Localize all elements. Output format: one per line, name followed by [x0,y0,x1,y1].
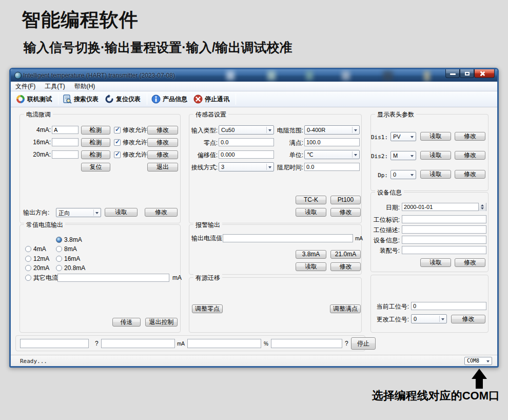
allow-modify-checkbox[interactable]: ✓ [114,127,121,133]
detect-button[interactable]: 检测 [81,138,110,147]
modify-button[interactable]: 修改 [330,208,361,217]
station-id-input[interactable] [402,215,486,223]
modify-button[interactable]: 修改 [145,208,178,217]
radio-8ma[interactable] [56,246,62,252]
radio-16ma-label: 16mA [64,255,80,263]
separator-ma: mA [177,339,185,348]
maximize-button[interactable] [460,69,474,78]
alarm-high-button[interactable]: 21.0mA [330,250,361,259]
current-station-input[interactable] [411,302,486,310]
modify-button[interactable]: 修改 [330,262,361,271]
select-divider [439,316,440,322]
menu-file[interactable]: 文件(F) [11,82,40,91]
output-current-unit: mA [355,234,363,243]
toolbar-online-test[interactable]: 联机测试 [14,93,56,105]
damping-input[interactable] [304,163,360,171]
modify-button[interactable]: 修改 [455,170,485,179]
group-title: 显示表头参数 [375,110,416,119]
alarm-low-button[interactable]: 3.8mA [296,250,326,259]
assembly-no-label: 装配号: [371,246,400,255]
output-direction-select[interactable]: 正向 [56,208,101,217]
read-button[interactable]: 读取 [420,170,451,179]
full-input[interactable] [304,138,360,146]
reset-button[interactable]: 复位 [81,163,110,171]
modify-button[interactable]: 修改 [147,138,178,147]
measure-input-2[interactable] [101,339,175,348]
toolbar-stop-comm[interactable]: 停止通讯 [191,93,233,105]
input-type-select[interactable]: Cu50 [219,125,274,135]
radio-4ma[interactable] [25,246,31,252]
read-button[interactable]: 读取 [296,262,326,271]
allow-modify-checkbox[interactable]: ✓ [114,151,121,158]
exit-control-button[interactable]: 退出控制 [145,318,178,327]
trim-20ma-input[interactable] [52,150,79,159]
assembly-no-input[interactable] [402,246,486,254]
toolbar-product-info[interactable]: 产品信息 [149,93,191,105]
modify-button[interactable]: 修改 [455,132,485,141]
dis1-select[interactable]: PV [390,132,416,141]
check-mark-icon: ✓ [115,138,120,145]
modify-button[interactable]: 修改 [455,258,485,267]
radio-16ma[interactable] [56,256,62,262]
measure-input-1[interactable] [20,339,89,348]
adjust-zero-button[interactable]: 调整零点 [192,304,223,313]
toolbar-reset-instrument[interactable]: 复位仪表 [103,93,145,105]
change-station-select[interactable]: 0 [411,314,447,323]
minimize-button[interactable] [445,69,460,78]
unit-select[interactable]: ℃ [304,150,360,159]
trim-16ma-input[interactable] [52,138,79,146]
resistance-range-select[interactable]: 0-400R [304,125,360,135]
trim-4ma-input[interactable] [52,126,79,134]
radio-other-current[interactable] [25,275,31,281]
send-button[interactable]: 传送 [112,318,141,327]
modify-button[interactable]: 修改 [451,315,485,323]
tck-button[interactable]: TC-K [296,196,326,204]
output-current-input[interactable] [223,234,353,242]
menu-tools[interactable]: 工具(T) [40,82,69,91]
modify-button[interactable]: 修改 [147,126,178,135]
stop-button[interactable]: 停止 [351,337,376,350]
pt100-button[interactable]: Pt100 [330,196,361,204]
radio-3-8ma[interactable] [56,237,62,243]
title-bar[interactable]: Intelligent temperature (HART) transmitt… [11,69,497,82]
radio-20ma[interactable] [25,265,31,271]
menu-help[interactable]: 帮助(H) [70,82,100,91]
allow-modify-checkbox[interactable]: ✓ [114,139,121,146]
other-current-input[interactable] [57,274,169,282]
read-button[interactable]: 读取 [420,151,451,160]
offset-input[interactable] [219,150,274,159]
dis2-select[interactable]: M [390,151,416,160]
close-button[interactable] [474,69,495,78]
zero-input[interactable] [219,138,274,146]
detect-button[interactable]: 检测 [81,126,110,135]
radio-20-8ma-label: 20.8mA [64,264,85,273]
radio-20-8ma[interactable] [56,265,62,271]
measure-input-4[interactable] [271,339,342,348]
date-spinner[interactable] [478,203,486,211]
modify-button[interactable]: 修改 [147,150,178,159]
group-constant-current: 常值电流输出 3.8mA 4mA 8mA 12mA 16mA 20mA 20.8… [19,224,181,333]
com-port-select[interactable]: COM8 [464,357,492,365]
wiring-select[interactable]: 3 [219,162,274,171]
modify-button[interactable]: 修改 [455,151,485,160]
detect-button[interactable]: 检测 [81,150,110,159]
read-button[interactable]: 读取 [296,208,326,217]
device-info-input[interactable] [402,236,486,244]
toolbar-search-instrument[interactable]: 搜索仪表 [61,93,103,105]
read-button[interactable]: 读取 [420,258,451,267]
exit-button[interactable]: 退出 [147,163,178,171]
dp-label: Dp: [371,171,388,180]
output-direction-label: 输出方向: [23,208,49,217]
adjust-full-button[interactable]: 调整满点 [330,304,361,313]
radio-12ma[interactable] [25,256,31,262]
chevron-down-icon [441,318,444,320]
station-desc-input[interactable] [402,225,486,234]
dp-select[interactable]: 0 [390,170,416,179]
measure-input-3[interactable] [187,339,261,348]
spinner-up-icon [481,204,484,206]
date-input[interactable] [402,203,486,211]
read-button[interactable]: 读取 [105,208,138,217]
read-button[interactable]: 读取 [420,132,451,141]
date-label: 日期: [371,203,400,212]
spinner-down-icon [481,207,484,209]
